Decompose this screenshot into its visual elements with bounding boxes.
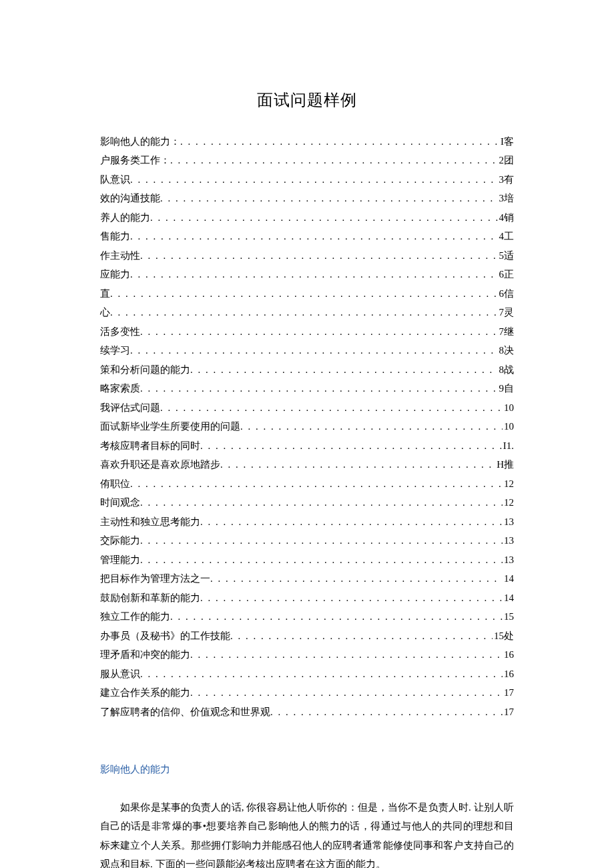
toc-row: 建立合作关系的能力17 (100, 683, 514, 703)
toc-page-number: 17 (503, 703, 514, 722)
toc-label: 策和分析问题的能力 (100, 360, 190, 380)
toc-row: 续学习8决 (100, 341, 514, 360)
toc-leader-dots (130, 341, 498, 360)
toc-leader-dots (140, 322, 498, 342)
toc-row: 办事员（及秘书》的工作技能15处 (100, 626, 514, 646)
toc-leader-dots (140, 665, 503, 684)
toc-leader-dots (140, 246, 498, 266)
toc-row: 独立工作的能力15 (100, 607, 514, 626)
toc-row: 时间观念12 (100, 493, 514, 512)
toc-label: 养人的能力 (100, 208, 150, 228)
body-paragraph: 如果你是某事的负责人的话, 你很容易让他人听你的：但是，当你不是负责人时. 让别… (100, 798, 514, 868)
toc-label: 服从意识 (100, 665, 140, 684)
toc-row: 作主动性5适 (100, 246, 514, 266)
toc-page-number: I客 (499, 132, 514, 151)
toc-page-number: 15 (503, 607, 514, 626)
toc-row: 侑职位12 (100, 474, 514, 494)
toc-page-number: 13 (503, 550, 514, 570)
toc-page-number: 2团 (498, 151, 515, 170)
toc-page-number: 12 (503, 493, 514, 512)
toc-label: 售能力 (100, 227, 130, 246)
toc-page-number: 16 (503, 645, 514, 665)
document-page: 面试问题样例 影响他人的能力：I客户服务类工作：2团队意识3有效的沟通技能3培养… (0, 0, 614, 868)
toc-row: 主动性和独立思考能力13 (100, 512, 514, 532)
section-heading: 影响他人的能力 (100, 760, 514, 779)
toc-leader-dots (270, 703, 503, 722)
toc-row: 把目标作为管理方法之一14 (100, 569, 514, 588)
toc-page-number: 14 (503, 588, 514, 608)
toc-label: 主动性和独立思考能力 (100, 512, 200, 532)
toc-row: 略家索质9自 (100, 379, 514, 398)
toc-page-number: 6信 (498, 284, 515, 304)
body-paragraph-text: 如果你是某事的负责人的话, 你很容易让他人听你的：但是，当你不是负责人时. 让别… (100, 802, 514, 868)
toc-page-number: 15处 (493, 626, 514, 646)
toc-label: 我评估式问题 (100, 398, 160, 418)
document-title: 面试问题样例 (100, 85, 514, 116)
toc-leader-dots (170, 151, 498, 170)
toc-row: 交际能力13 (100, 531, 514, 550)
toc-page-number: 13 (503, 531, 514, 550)
toc-leader-dots (140, 550, 503, 570)
toc-label: 影响他人的能力： (100, 132, 180, 151)
toc-leader-dots (210, 569, 503, 588)
toc-label: 了解应聘者的信仰、价值观念和世界观 (100, 703, 270, 722)
toc-page-number: 3培 (498, 189, 515, 208)
toc-page-number: 14 (503, 569, 514, 588)
toc-label: 办事员（及秘书》的工作技能 (100, 626, 230, 646)
toc-page-number: 10 (503, 398, 514, 418)
toc-leader-dots (190, 683, 503, 703)
toc-page-number: H推 (495, 455, 514, 474)
toc-label: 续学习 (100, 341, 130, 360)
toc-row: 心7灵 (100, 303, 514, 322)
toc-row: 影响他人的能力：I客 (100, 132, 514, 151)
toc-page-number: 17 (503, 683, 514, 703)
toc-leader-dots (200, 588, 503, 608)
toc-label: 管理能力 (100, 550, 140, 570)
toc-row: 了解应聘者的信仰、价值观念和世界观17 (100, 703, 514, 722)
toc-page-number: I1. (502, 436, 514, 456)
toc-leader-dots (140, 493, 503, 512)
toc-leader-dots (170, 607, 503, 626)
toc-row: 应能力6正 (100, 265, 514, 284)
toc-page-number: 12 (503, 474, 514, 494)
toc-row: 养人的能力4销 (100, 208, 514, 228)
toc-leader-dots (140, 531, 503, 550)
toc-leader-dots (130, 170, 498, 189)
toc-row: 鼓励创新和革新的能力14 (100, 588, 514, 608)
toc-page-number: 7继 (498, 322, 515, 342)
toc-leader-dots (110, 284, 498, 304)
toc-page-number: 7灵 (498, 303, 515, 322)
toc-leader-dots (130, 474, 503, 494)
toc-label: 理矛盾和冲突的能力 (100, 645, 190, 665)
toc-page-number: 3有 (498, 170, 515, 189)
toc-label: 直 (100, 284, 110, 304)
toc-page-number: 8决 (498, 341, 515, 360)
toc-leader-dots (110, 303, 498, 322)
toc-label: 交际能力 (100, 531, 140, 550)
toc-row: 服从意识16 (100, 665, 514, 684)
toc-leader-dots (180, 132, 499, 151)
toc-label: 时间观念 (100, 493, 140, 512)
toc-row: 户服务类工作：2团 (100, 151, 514, 170)
toc-label: 独立工作的能力 (100, 607, 170, 626)
toc-page-number: 13 (503, 512, 514, 532)
toc-leader-dots (220, 455, 495, 474)
toc-row: 售能力4工 (100, 227, 514, 246)
toc-row: 效的沟通技能3培 (100, 189, 514, 208)
toc-row: 考核应聘者目标的同时I1. (100, 436, 514, 456)
toc-label: 效的沟通技能 (100, 189, 160, 208)
toc-label: 户服务类工作： (100, 151, 170, 170)
toc-page-number: 8战 (498, 360, 515, 380)
toc-label: 喜欢升职还是喜欢原地踏步 (100, 455, 220, 474)
toc-label: 心 (100, 303, 110, 322)
toc-leader-dots (160, 189, 498, 208)
toc-row: 管理能力13 (100, 550, 514, 570)
toc-leader-dots (190, 360, 498, 380)
toc-page-number: 10 (503, 417, 514, 436)
toc-leader-dots (240, 417, 503, 436)
toc-label: 考核应聘者目标的同时 (100, 436, 200, 456)
toc-leader-dots (150, 208, 498, 228)
toc-label: 略家索质 (100, 379, 140, 398)
toc-row: 活多变性7继 (100, 322, 514, 342)
toc-leader-dots (160, 398, 503, 418)
